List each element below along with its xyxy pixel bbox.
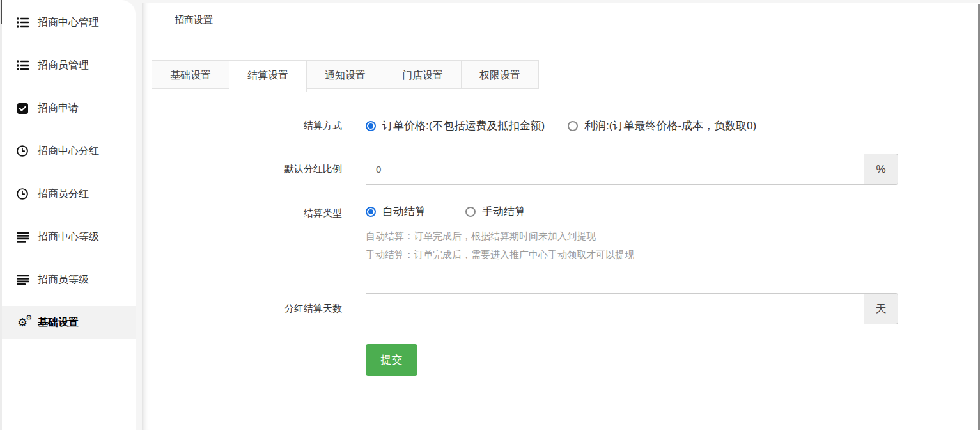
bars-icon (15, 232, 29, 243)
default-ratio-label: 默认分红比例 (142, 163, 342, 175)
cogs-icon: ⚙⚙ (15, 317, 29, 328)
sidebar-item-label: 招商中心分红 (38, 145, 99, 158)
sidebar-item-merchant-staff-management[interactable]: 招商员管理 (0, 49, 136, 82)
radio-manual-settle[interactable] (465, 207, 476, 217)
tab-permission-settings[interactable]: 权限设置 (462, 60, 539, 89)
bars-icon (15, 275, 29, 285)
settlement-method-label: 结算方式 (142, 120, 342, 132)
breadcrumb: 招商设置 (142, 3, 980, 36)
radio-profit[interactable] (568, 121, 578, 131)
sidebar-item-merchant-center-level[interactable]: 招商中心等级 (0, 220, 136, 253)
radio-auto-settle[interactable] (366, 207, 376, 217)
left-scrollbar-track (0, 0, 2, 430)
left-scrollbar-thumb[interactable] (1, 0, 2, 24)
sidebar-item-merchant-center-dividend[interactable]: 招商中心分红 (0, 134, 136, 168)
main-content: 招商设置 基础设置 结算设置 通知设置 门店设置 权限设置 结算方式 订单价格:… (142, 3, 980, 430)
sidebar-item-label: 招商员等级 (38, 273, 89, 287)
page-title: 招商设置 (175, 14, 213, 25)
sidebar-item-label: 招商中心管理 (38, 16, 99, 29)
sidebar: 招商中心管理 招商员管理 招商申请 招商中心分红 招商员分红 招商中心等级 (0, 0, 136, 430)
sidebar-item-label: 招商员管理 (38, 59, 89, 72)
clock-icon (15, 145, 29, 157)
list-icon (15, 17, 29, 28)
help-manual-settle: 手动结算：订单完成后，需要进入推广中心手动领取才可以提现 (366, 245, 634, 264)
sidebar-item-label: 招商员分红 (38, 187, 89, 201)
submit-button[interactable]: 提交 (366, 344, 417, 376)
sidebar-item-merchant-application[interactable]: 招商申请 (0, 92, 136, 125)
help-auto-settle: 自动结算：订单完成后，根据结算期时间来加入到提现 (366, 227, 634, 245)
sidebar-item-merchant-center-management[interactable]: 招商中心管理 (0, 6, 136, 39)
sidebar-item-label: 基础设置 (38, 316, 79, 330)
clock-icon (15, 188, 29, 200)
radio-order-price[interactable] (366, 121, 376, 131)
radio-order-price-label[interactable]: 订单价格:(不包括运费及抵扣金额) (382, 118, 545, 133)
tab-basic-settings[interactable]: 基础设置 (152, 60, 229, 89)
sidebar-item-merchant-staff-level[interactable]: 招商员等级 (0, 263, 136, 296)
percent-addon: % (864, 154, 898, 185)
radio-auto-settle-label[interactable]: 自动结算 (382, 204, 426, 219)
default-ratio-input[interactable] (366, 154, 864, 185)
settlement-type-help: 自动结算：订单完成后，根据结算期时间来加入到提现 手动结算：订单完成后，需要进入… (366, 227, 634, 264)
settlement-settings-form: 结算方式 订单价格:(不包括运费及抵扣金额) 利润:(订单最终价格-成本，负数取… (142, 118, 980, 376)
sidebar-item-basic-settings[interactable]: ⚙⚙ 基础设置 (0, 306, 136, 339)
settlement-days-label: 分红结算天数 (142, 303, 342, 315)
day-addon: 天 (864, 293, 898, 324)
sidebar-item-merchant-staff-dividend[interactable]: 招商员分红 (0, 177, 136, 211)
radio-profit-label[interactable]: 利润:(订单最终价格-成本，负数取0) (584, 118, 756, 133)
check-square-icon (15, 103, 29, 114)
sidebar-item-label: 招商中心等级 (38, 230, 99, 244)
tab-notification-settings[interactable]: 通知设置 (307, 60, 384, 89)
tab-settlement-settings[interactable]: 结算设置 (229, 60, 307, 92)
sidebar-item-label: 招商申请 (38, 102, 79, 115)
settlement-type-label: 结算类型 (142, 207, 342, 219)
tab-store-settings[interactable]: 门店设置 (384, 60, 462, 89)
radio-manual-settle-label[interactable]: 手动结算 (482, 204, 525, 219)
list-icon (15, 60, 29, 70)
tab-bar: 基础设置 结算设置 通知设置 门店设置 权限设置 (152, 60, 980, 92)
settlement-days-input[interactable] (366, 293, 864, 324)
